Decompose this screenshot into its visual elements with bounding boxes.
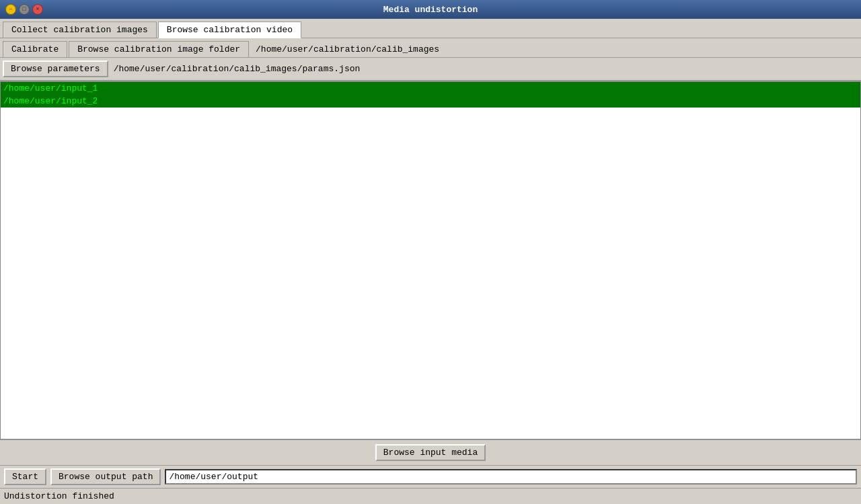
tab-browse-calibration-image-folder[interactable]: Browse calibration image folder [69, 41, 249, 57]
tabs-row1: Collect calibration images Browse calibr… [0, 19, 861, 38]
tabs-row2: Calibrate Browse calibration image folde… [0, 38, 861, 58]
status-bar: Undistortion finished [0, 488, 861, 504]
title-bar-controls[interactable]: – □ × [5, 4, 43, 15]
output-path-input[interactable] [165, 469, 857, 485]
params-path-label: /home/user/calibration/calib_images/para… [108, 62, 366, 76]
file-item-1[interactable]: /home/user/input_1 [1, 82, 860, 95]
browse-output-path-button[interactable]: Browse output path [50, 468, 161, 485]
file-list-area[interactable]: /home/user/input_1 /home/user/input_2 [0, 81, 861, 439]
start-button[interactable]: Start [4, 468, 46, 485]
maximize-button[interactable]: □ [19, 4, 30, 15]
window-title: Media undistortion [43, 5, 818, 15]
window-content: Collect calibration images Browse calibr… [0, 19, 861, 504]
minimize-button[interactable]: – [5, 4, 16, 15]
title-bar: – □ × Media undistortion [0, 0, 861, 19]
tab-collect-calibration-images[interactable]: Collect calibration images [3, 22, 157, 38]
close-button[interactable]: × [32, 4, 43, 15]
browse-input-media-row: Browse input media [0, 439, 861, 465]
bottom-bar: Start Browse output path [0, 465, 861, 488]
tab-calibrate[interactable]: Calibrate [3, 41, 67, 57]
tab-browse-calibration-video[interactable]: Browse calibration video [158, 22, 301, 38]
file-item-2[interactable]: /home/user/input_2 [1, 95, 860, 108]
params-row: Browse parameters /home/user/calibration… [0, 58, 861, 81]
browse-parameters-button[interactable]: Browse parameters [3, 60, 108, 77]
status-text: Undistortion finished [4, 491, 114, 501]
calibration-folder-path: /home/user/calibration/calib_images [250, 42, 445, 57]
browse-input-media-button[interactable]: Browse input media [375, 444, 486, 461]
